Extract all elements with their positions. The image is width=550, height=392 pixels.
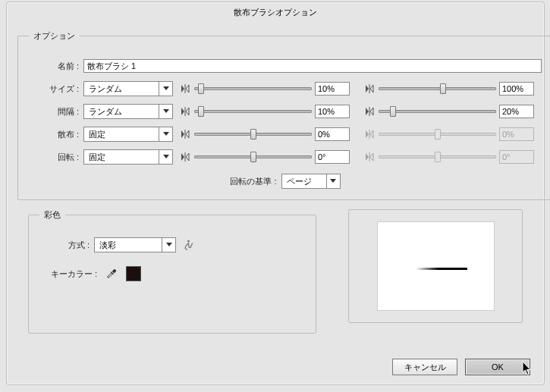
svg-marker-28 [330, 179, 336, 183]
dialog-buttons: キャンセル OK [392, 359, 530, 375]
value-field-1[interactable] [315, 150, 350, 164]
dialog-title: 散布ブラシオプション [7, 2, 544, 26]
svg-marker-0 [163, 86, 169, 90]
flip-icon[interactable] [178, 152, 193, 162]
svg-marker-25 [366, 153, 369, 161]
preview-group [348, 209, 523, 323]
param-label: サイズ : [29, 83, 83, 95]
dropdown-arrow-icon [159, 127, 172, 141]
slider-b [379, 127, 496, 142]
key-color-label: キーカラー : [39, 268, 102, 280]
flip-icon [362, 152, 377, 162]
svg-marker-2 [186, 85, 189, 93]
rotation-basis-select[interactable]: ページ [281, 174, 341, 189]
slider-a[interactable] [194, 149, 312, 165]
value-field-2[interactable] [499, 105, 534, 118]
method-label: 方式 : [39, 240, 94, 251]
slider-b [379, 149, 496, 165]
method-select[interactable]: 淡彩 [94, 237, 176, 252]
ok-button[interactable]: OK [465, 359, 530, 375]
mode-select[interactable]: ランダム [83, 104, 173, 119]
name-input[interactable] [83, 59, 542, 73]
svg-marker-21 [163, 155, 169, 158]
svg-marker-11 [366, 108, 369, 115]
preview-stroke [416, 268, 467, 270]
slider-track [194, 87, 312, 90]
flip-icon[interactable] [362, 106, 377, 117]
dropdown-arrow-icon [159, 105, 172, 118]
eyedropper-icon[interactable] [105, 267, 118, 281]
flip-icon [362, 129, 377, 140]
param-label: 間隔 : [29, 106, 83, 118]
value-field-1[interactable] [315, 105, 350, 118]
slider-thumb[interactable] [250, 129, 256, 140]
svg-marker-15 [181, 130, 184, 138]
hint-icon[interactable] [182, 240, 196, 250]
options-legend: オプション [29, 30, 80, 42]
name-label: 名前 : [29, 61, 83, 72]
tint-group: 彩色 方式 : 淡彩 キーカラー : [28, 209, 316, 334]
slider-thumb[interactable] [198, 83, 204, 94]
svg-marker-8 [181, 108, 184, 115]
svg-marker-29 [166, 243, 172, 246]
value-field-1[interactable] [315, 82, 350, 96]
svg-marker-19 [370, 130, 373, 138]
slider-a[interactable] [194, 127, 312, 142]
cancel-button[interactable]: キャンセル [392, 359, 457, 375]
mode-value: 固定 [84, 129, 159, 140]
slider-track [379, 87, 496, 90]
svg-marker-5 [370, 85, 373, 93]
svg-marker-23 [186, 153, 189, 161]
mode-select[interactable]: 固定 [83, 127, 173, 142]
slider-thumb[interactable] [198, 106, 204, 117]
slider-b[interactable] [379, 104, 496, 119]
svg-marker-26 [370, 153, 373, 161]
slider-a[interactable] [194, 104, 312, 119]
slider-a[interactable] [194, 81, 312, 96]
key-color-row: キーカラー : [39, 265, 305, 283]
brush-preview [377, 221, 495, 311]
dropdown-arrow-icon [326, 174, 340, 188]
dropdown-arrow-icon [162, 238, 175, 252]
param-label: 回転 : [29, 152, 83, 163]
mode-value: ランダム [84, 106, 159, 118]
slider-thumb [435, 152, 441, 162]
mode-value: 固定 [84, 152, 159, 163]
svg-rect-30 [187, 240, 190, 242]
svg-marker-7 [163, 109, 169, 113]
dropdown-arrow-icon [159, 82, 172, 96]
slider-track [194, 110, 312, 113]
slider-b[interactable] [379, 81, 496, 96]
svg-marker-14 [163, 132, 169, 136]
rotation-basis-label: 回転の基準 : [230, 176, 281, 187]
value-field-2 [499, 127, 534, 141]
param-row: 回転 :固定 [29, 148, 542, 166]
param-row: 散布 :固定 [29, 125, 542, 143]
svg-marker-9 [186, 108, 189, 115]
mode-select[interactable]: ランダム [83, 81, 173, 96]
flip-icon[interactable] [178, 106, 193, 117]
name-row: 名前 : [29, 57, 542, 75]
svg-marker-12 [370, 108, 373, 115]
flip-icon[interactable] [362, 83, 377, 94]
slider-thumb[interactable] [250, 152, 256, 162]
value-field-1[interactable] [315, 127, 350, 141]
slider-thumb[interactable] [390, 106, 396, 117]
flip-icon[interactable] [178, 83, 193, 94]
tint-legend: 彩色 [39, 209, 65, 221]
param-row: 間隔 :ランダム [29, 102, 542, 121]
value-field-2[interactable] [499, 82, 534, 96]
svg-marker-16 [186, 130, 189, 138]
svg-marker-22 [181, 153, 184, 161]
flip-icon[interactable] [178, 129, 193, 140]
key-color-swatch[interactable] [126, 266, 141, 281]
mode-select[interactable]: 固定 [83, 149, 173, 165]
param-row: サイズ :ランダム [29, 80, 542, 98]
scatter-brush-options-dialog: 散布ブラシオプション オプション 名前 : サイズ :ランダム間隔 :ランダム散… [6, 2, 545, 385]
value-field-2 [499, 150, 534, 164]
options-group: オプション 名前 : サイズ :ランダム間隔 :ランダム散布 :固定回転 :固定… [17, 30, 550, 200]
dropdown-arrow-icon [159, 150, 172, 164]
method-row: 方式 : 淡彩 [39, 236, 305, 254]
slider-thumb[interactable] [440, 83, 446, 94]
svg-marker-18 [366, 130, 369, 138]
